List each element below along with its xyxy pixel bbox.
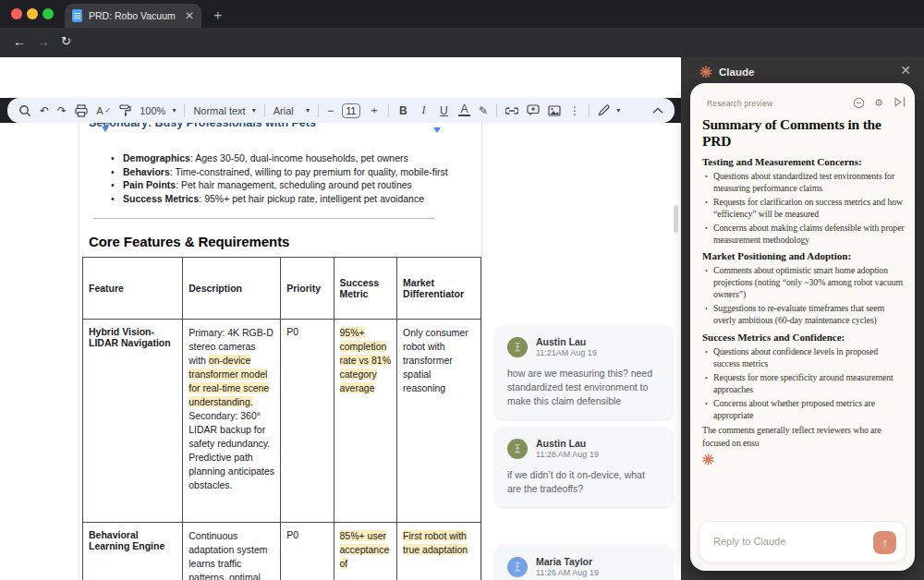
spellcheck-icon[interactable]: A✓ [96,105,111,116]
claude-section-title: Market Positioning and Adoption: [702,250,905,261]
comment-card[interactable]: Maria Taylor11:26 AM Aug 19 [495,545,673,580]
commenter-avatar [507,439,528,459]
cell-feature: Behavioral Learning Engine [83,523,183,580]
add-comment-icon[interactable] [527,104,540,116]
window-close-button[interactable] [11,8,22,19]
cell-success-metric: 95%+ completion rate vs 81% category ave… [334,320,397,523]
comment-header: Maria Taylor11:26 AM Aug 19 [507,556,661,577]
font-select[interactable]: Arial ▾ [274,105,310,116]
cell-success-metric: 85%+ user acceptance of [334,523,397,580]
insert-link-icon[interactable] [505,107,518,115]
claude-section-title: Testing and Measurement Concerns: [702,156,905,167]
response-closing-text: The comments generally reflect reviewers… [702,424,905,449]
browser-tabstrip: PRD: Robo Vacuum ✕ ＋ [0,0,924,28]
docs-header: PRD: Robo Vacuum @ ☆ ☁ FileEditViewInser… [0,57,681,98]
close-panel-icon[interactable]: ✕ [900,63,911,78]
highlight-color-icon[interactable]: ✎ [479,104,488,117]
back-icon[interactable]: ← [13,34,26,49]
streaming-indicator-icon [702,453,905,465]
increase-font-icon[interactable]: ＋ [369,103,380,118]
claude-sections: Testing and Measurement Concerns:Questio… [702,156,905,421]
divider [388,103,389,117]
comment-header: Austin Lau11:21AM Aug 19 [507,336,661,357]
hide-menus-icon[interactable] [652,107,663,114]
claude-bullet-list: Questions about standardized test enviro… [702,171,905,246]
browser-toolbar: ← → ↻ docs.google.com ☆ ⋮ [0,28,924,57]
paragraph-style-select[interactable]: Normal text ▾ [193,105,255,116]
decrease-font-icon[interactable]: − [327,104,334,117]
claude-card: Research preview ⚙ Summary of Comments i… [690,83,915,571]
settings-gear-icon[interactable]: ⚙ [874,97,883,109]
claude-reply-input[interactable]: Reply to Claude ↑ [699,521,906,562]
redo-icon[interactable]: ↷ [57,104,67,117]
doc-bullet-item: Pain Points: Pet hair management, schedu… [123,178,448,192]
search-menus-icon[interactable] [18,104,31,117]
comment-meta: Austin Lau11:28 AM Aug 19 [536,438,599,459]
claude-bullet: Concerns about making claims defensible … [702,223,905,247]
new-tab-button[interactable]: ＋ [211,6,225,24]
comment-card[interactable]: Austin Lau11:21AM Aug 19how are we measu… [495,325,673,419]
divider [318,103,319,117]
table-header-cell: Market Differentiator [397,258,481,320]
persona-bullet-list: Demographics: Ages 30-50, dual-income ho… [123,151,448,205]
reload-icon[interactable]: ↻ [61,34,71,48]
claude-bullet: Requests for clarification on success me… [702,197,905,221]
comment-author: Maria Taylor [536,556,599,567]
cell-market-differentiator: Only consumer robot with transformer spa… [397,320,481,523]
claude-bullet: Comments about optimistic smart home ado… [702,265,905,301]
text-color-icon[interactable]: A [458,104,470,116]
bold-icon[interactable]: B [397,104,409,117]
tab-close-icon[interactable]: ✕ [185,9,194,22]
claude-panel-title: Claude [719,66,754,78]
forward-icon[interactable]: → [37,34,50,49]
commenter-avatar [507,557,528,577]
tab-title: PRD: Robo Vacuum [89,10,178,21]
cell-priority: P0 [281,320,334,523]
divider [496,103,497,117]
commenter-avatar [507,337,528,357]
italic-icon[interactable]: I [418,103,430,117]
claude-bullet: Questions about standardized test enviro… [702,171,905,195]
window-minimize-button[interactable] [27,8,38,19]
paint-format-icon[interactable] [119,104,131,116]
claude-bullet: Questions about confidence levels in pro… [702,346,905,370]
undo-icon[interactable]: ↶ [40,104,49,117]
font-size-input[interactable]: 11 [342,103,360,118]
table-row: Hybrid Vision-LIDAR NavigationPrimary: 4… [83,320,481,523]
editing-mode-select[interactable]: ▾ [598,104,620,117]
document-page[interactable]: Secondary: Busy Professionals with Pets … [79,123,482,580]
underline-icon[interactable]: U [438,104,450,117]
comment-meta: Austin Lau11:21AM Aug 19 [536,336,597,357]
input-placeholder: Reply to Claude [713,536,785,547]
heading-collapse-icon-right[interactable] [433,127,441,133]
doc-scrollbar-thumb[interactable] [674,205,678,233]
send-button[interactable]: ↑ [873,531,896,554]
docs-favicon [72,9,82,22]
response-heading: Summary of Comments in the PRD [702,116,905,150]
claude-bullet: Suggestions to re-evaluate timeframes th… [702,303,905,327]
comment-meta: Maria Taylor11:26 AM Aug 19 [536,556,599,577]
claude-panel: Claude ✕ Research preview ⚙ Summary of C… [681,57,924,580]
zoom-select[interactable]: 100% ▾ [140,105,176,116]
table-header-cell: Success Metric [334,258,397,320]
more-tools-icon[interactable]: ⋮ [569,104,580,117]
docs-toolbar: ↶ ↷ A✓ 100% ▾ Normal text ▾ Arial ▾ − 11… [7,98,675,123]
claude-response: Summary of Comments in the PRD Testing a… [702,116,905,465]
comment-author: Austin Lau [536,438,599,449]
claude-logo-icon [699,66,712,79]
divider [589,103,590,117]
claude-bullet-list: Comments about optimistic smart home ado… [702,265,905,327]
comment-card[interactable]: Austin Lau11:28 AM Aug 19if we didn’t do… [495,427,673,507]
print-icon[interactable] [75,104,88,117]
collapse-panel-icon[interactable] [894,97,906,107]
comment-text: if we didn’t do it on-device, what are t… [507,468,661,496]
doc-bullet-item: Success Metrics: 95%+ pet hair pickup ra… [123,192,448,206]
table-header-cell: Priority [281,258,334,320]
table-header-cell: Description [183,258,281,320]
feedback-icon[interactable] [853,97,865,109]
section-heading: Core Features & Requirements [89,234,289,249]
window-zoom-button[interactable] [43,8,54,19]
insert-image-icon[interactable] [548,105,561,116]
table-header-cell: Feature [83,258,183,320]
browser-tab[interactable]: PRD: Robo Vacuum ✕ [65,4,201,28]
